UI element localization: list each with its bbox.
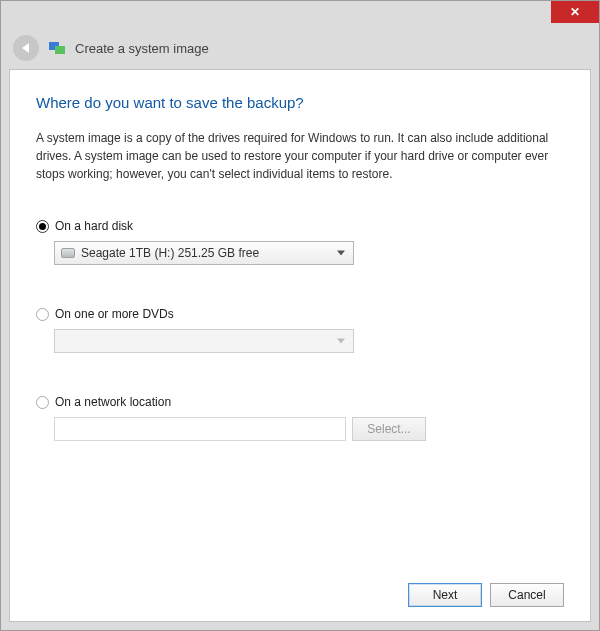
hard-drive-icon xyxy=(61,248,75,258)
content-panel: Where do you want to save the backup? A … xyxy=(9,69,591,622)
wizard-window: ✕ Create a system image Where do you wan… xyxy=(0,0,600,631)
radio-icon xyxy=(36,396,49,409)
option-label: On a hard disk xyxy=(55,219,133,233)
chevron-down-icon xyxy=(337,251,345,256)
page-heading: Where do you want to save the backup? xyxy=(36,94,564,111)
back-button[interactable] xyxy=(13,35,39,61)
wizard-title: Create a system image xyxy=(75,41,209,56)
radio-dvd[interactable]: On one or more DVDs xyxy=(36,307,564,321)
wizard-header: Create a system image xyxy=(1,27,599,69)
dvd-select xyxy=(54,329,354,353)
titlebar: ✕ xyxy=(1,1,599,27)
close-button[interactable]: ✕ xyxy=(551,1,599,23)
drive-select[interactable]: Seagate 1TB (H:) 251.25 GB free xyxy=(54,241,354,265)
radio-icon xyxy=(36,308,49,321)
close-icon: ✕ xyxy=(570,6,580,18)
option-network: On a network location Select... xyxy=(36,395,564,441)
wizard-footer: Next Cancel xyxy=(408,583,564,607)
system-image-icon xyxy=(49,40,65,56)
page-description: A system image is a copy of the drives r… xyxy=(36,129,564,183)
chevron-down-icon xyxy=(337,339,345,344)
radio-hard-disk[interactable]: On a hard disk xyxy=(36,219,564,233)
back-arrow-icon xyxy=(22,43,29,53)
radio-network[interactable]: On a network location xyxy=(36,395,564,409)
network-path-input xyxy=(54,417,346,441)
option-hard-disk: On a hard disk Seagate 1TB (H:) 251.25 G… xyxy=(36,219,564,265)
cancel-button[interactable]: Cancel xyxy=(490,583,564,607)
next-button[interactable]: Next xyxy=(408,583,482,607)
option-dvd: On one or more DVDs xyxy=(36,307,564,353)
option-label: On one or more DVDs xyxy=(55,307,174,321)
network-select-button: Select... xyxy=(352,417,426,441)
radio-icon xyxy=(36,220,49,233)
option-label: On a network location xyxy=(55,395,171,409)
network-row: Select... xyxy=(54,417,564,441)
selected-drive-text: Seagate 1TB (H:) 251.25 GB free xyxy=(81,246,259,260)
